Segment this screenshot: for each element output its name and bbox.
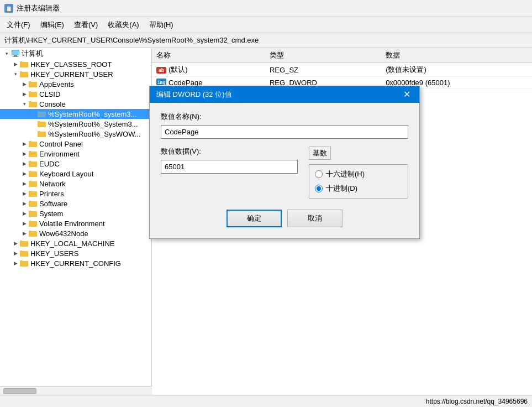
value-label: 数值数据(V): — [161, 147, 298, 156]
radio-dec-label[interactable]: 十进制(D) — [315, 184, 402, 194]
name-input[interactable] — [161, 125, 408, 139]
radio-hex[interactable] — [315, 170, 323, 178]
radio-group: 十六进制(H) 十进制(D) — [309, 164, 408, 199]
cancel-button[interactable]: 取消 — [287, 210, 343, 227]
base-section: 基数 十六进制(H) 十进制(D) — [309, 147, 408, 199]
dialog-close-button[interactable]: ✕ — [401, 90, 413, 99]
ok-button[interactable]: 确定 — [227, 210, 282, 227]
radio-hex-label[interactable]: 十六进制(H) — [315, 169, 402, 179]
dialog-body: 数值名称(N): 数值数据(V): 基数 十六进制(H) — [150, 103, 419, 238]
dialog-title: 编辑 DWORD (32 位)值 — [156, 90, 232, 100]
radio-dec-text: 十进制(D) — [326, 184, 357, 194]
radio-dec[interactable] — [315, 185, 323, 192]
value-input[interactable] — [161, 160, 298, 174]
value-section: 数值数据(V): — [161, 147, 298, 199]
value-base-row: 数值数据(V): 基数 十六进制(H) 十进制(D) — [161, 147, 408, 199]
edit-dword-dialog: 编辑 DWORD (32 位)值 ✕ 数值名称(N): 数值数据(V): 基数 … — [149, 86, 420, 239]
name-label: 数值名称(N): — [161, 112, 408, 122]
dialog-title-bar: 编辑 DWORD (32 位)值 ✕ — [150, 86, 419, 103]
base-title: 基数 — [309, 147, 331, 160]
dialog-buttons: 确定 取消 — [161, 210, 408, 227]
dialog-overlay: 编辑 DWORD (32 位)值 ✕ 数值名称(N): 数值数据(V): 基数 … — [0, 0, 532, 407]
radio-hex-text: 十六进制(H) — [326, 169, 365, 179]
